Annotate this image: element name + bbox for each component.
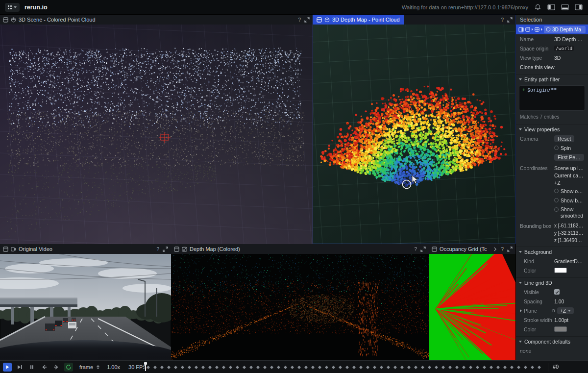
timeline-tick[interactable] (229, 366, 232, 369)
pause-button[interactable] (27, 363, 36, 372)
show-smoothed-box-checkbox[interactable] (554, 207, 559, 212)
fps-indicator[interactable]: 30 FPS (128, 364, 147, 370)
expand-icon[interactable] (304, 17, 310, 23)
panel-titlebar[interactable]: Depth Map (Colored) ? (171, 244, 429, 254)
kind-value[interactable]: GradientDark (554, 258, 584, 264)
timeline-tick[interactable] (380, 366, 383, 369)
play-button[interactable] (3, 363, 12, 372)
timeline-tick[interactable] (517, 366, 520, 369)
timeline-tick[interactable] (503, 366, 507, 369)
entity-path-filter-editor[interactable]: +$origin/** (519, 85, 585, 111)
step-back-button[interactable] (40, 363, 49, 372)
panel-titlebar[interactable]: 3D Depth Map - Point Cloud ? (313, 15, 515, 25)
timeline-tick[interactable] (352, 366, 356, 369)
spacing-value[interactable]: 1.00 (554, 298, 584, 304)
expand-icon[interactable] (507, 247, 513, 252)
notifications-bell-icon[interactable] (533, 3, 542, 12)
show-origin-axes-checkbox[interactable] (554, 189, 559, 193)
clone-view-button[interactable]: Clone this view (520, 64, 555, 70)
chevron-right-icon[interactable] (520, 309, 522, 312)
grid-color-swatch[interactable] (554, 326, 567, 332)
timeline-tick[interactable] (208, 366, 212, 369)
timeline-tick[interactable] (359, 366, 363, 369)
first-person-button[interactable]: First Person (554, 154, 584, 161)
section-component-defaults[interactable]: Component defaults (516, 336, 588, 346)
timeline-bar[interactable]: frame 1.00x 30 FPS #0 (0, 360, 588, 373)
help-icon[interactable]: ? (413, 247, 418, 252)
timeline-tick[interactable] (284, 366, 287, 369)
timeline-tick[interactable] (531, 366, 534, 369)
timeline-tick[interactable] (222, 366, 225, 369)
loop-button[interactable] (64, 363, 73, 372)
timeline-tick[interactable] (490, 366, 493, 369)
section-background[interactable]: Background (516, 247, 588, 256)
toggle-right-panel-icon[interactable] (574, 3, 583, 12)
space-origin-value[interactable]: /world (554, 46, 574, 51)
help-icon[interactable]: ? (500, 247, 505, 252)
stroke-width-value[interactable]: 1.00pt (554, 317, 584, 323)
timeline-tick[interactable] (201, 366, 205, 369)
timeline-tick[interactable] (188, 366, 191, 369)
timeline-tick[interactable] (236, 366, 239, 369)
follow-button[interactable] (15, 363, 24, 372)
timeline-tick[interactable] (325, 366, 328, 369)
timeline-tick[interactable] (243, 366, 246, 369)
help-icon[interactable]: ? (297, 17, 302, 23)
timeline-tick[interactable] (366, 366, 369, 369)
section-view-properties[interactable]: View properties (516, 124, 588, 134)
timeline-tick[interactable] (215, 366, 219, 369)
expand-icon[interactable] (420, 247, 426, 252)
toggle-left-panel-icon[interactable] (547, 3, 556, 12)
timeline-spinner[interactable] (97, 365, 99, 369)
visible-checkbox[interactable] (554, 289, 560, 295)
panel-titlebar[interactable]: Occupancy Grid (Tc ? (429, 244, 515, 254)
timeline-tick[interactable] (510, 366, 514, 369)
spin-checkbox[interactable] (554, 146, 559, 150)
timeline-tick[interactable] (483, 366, 486, 369)
timeline-tick[interactable] (181, 366, 184, 369)
show-bounding-boxes-checkbox[interactable] (554, 198, 559, 202)
timeline-tick[interactable] (160, 366, 164, 369)
timeline-tick[interactable] (435, 366, 438, 369)
timeline-tick[interactable] (311, 366, 315, 369)
timeline-tick[interactable] (153, 366, 157, 369)
timeline-tick[interactable] (476, 366, 479, 369)
occupancy-grid-viewport[interactable] (429, 254, 515, 360)
breadcrumb-current-view[interactable]: 3D Depth Ma (544, 26, 586, 33)
grid-container-icon[interactable] (535, 27, 539, 32)
timeline-tick[interactable] (263, 366, 267, 369)
timeline-tick[interactable] (345, 366, 349, 369)
section-entity-path-filter[interactable]: Entity path filter (516, 74, 588, 84)
timeline-tick[interactable] (387, 366, 390, 369)
panel-titlebar[interactable]: Original Video ? (0, 244, 171, 254)
timeline-tick[interactable] (448, 366, 452, 369)
timeline-tick[interactable] (455, 366, 459, 369)
3d-depth-map-viewport[interactable] (313, 25, 515, 244)
app-menu-button[interactable] (5, 3, 20, 12)
timeline-tick[interactable] (428, 366, 431, 369)
help-icon[interactable]: ? (155, 247, 160, 252)
timeline-tick[interactable] (538, 366, 541, 369)
timeline-tick[interactable] (373, 366, 376, 369)
timeline-tick[interactable] (407, 366, 411, 369)
timeline-selector[interactable]: frame (79, 364, 93, 370)
depth-map-viewport[interactable] (171, 254, 429, 360)
3d-scene-viewport[interactable] (0, 25, 313, 244)
timeline-tick[interactable] (462, 366, 466, 369)
plane-axis-dropdown[interactable]: +Z (557, 307, 574, 314)
timeline-tick[interactable] (400, 366, 404, 369)
background-color-swatch[interactable] (554, 268, 567, 273)
camera-reset-button[interactable]: Reset (554, 135, 574, 142)
panel-titlebar[interactable]: 3D Scene - Colored Point Cloud ? (0, 15, 313, 25)
timeline-tick[interactable] (332, 366, 335, 369)
timeline-tick[interactable] (339, 366, 342, 369)
timeline-tick[interactable] (524, 366, 527, 369)
expand-icon[interactable] (507, 17, 513, 23)
timeline-tick[interactable] (147, 366, 150, 369)
chevron-right-icon[interactable] (493, 247, 497, 251)
timeline-tick[interactable] (304, 366, 308, 369)
timeline-tick[interactable] (421, 366, 424, 369)
timeline-tick[interactable] (291, 366, 294, 369)
timeline-tick[interactable] (318, 366, 321, 369)
timeline-tick[interactable] (167, 366, 171, 369)
